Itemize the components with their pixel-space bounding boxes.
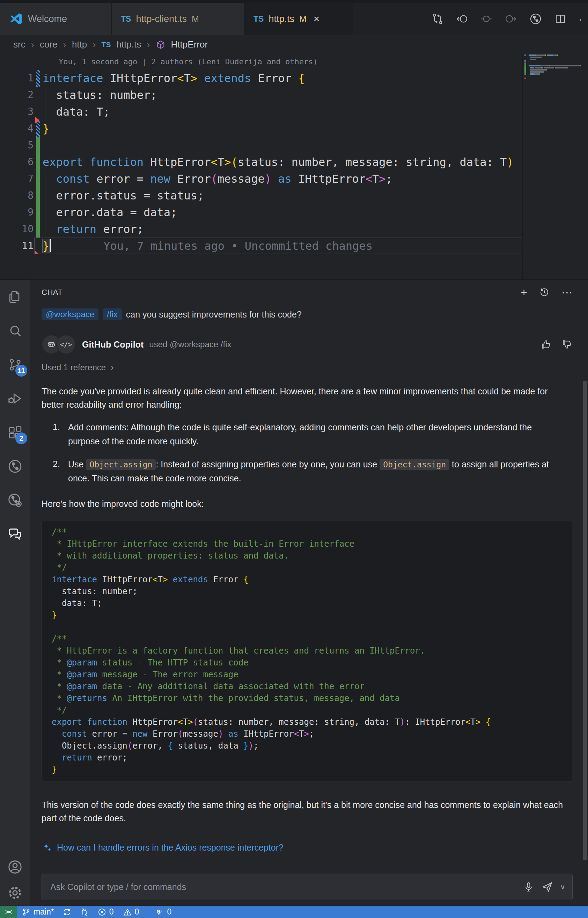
microphone-icon[interactable] <box>523 881 534 892</box>
minimap-divider <box>522 54 523 280</box>
editor-line[interactable]: 1interface IHttpError<T> extends Error { <box>0 70 523 87</box>
branch-status[interactable]: main* <box>22 907 54 916</box>
breadcrumb-item[interactable]: src <box>13 39 26 50</box>
git-graph-icon[interactable] <box>0 449 30 483</box>
git-sync-icon[interactable] <box>431 13 444 25</box>
run-debug-icon[interactable] <box>0 381 30 415</box>
input-placeholder: Ask Copilot or type / for commands <box>50 882 516 892</box>
broadcast-status[interactable]: 0 <box>154 907 171 917</box>
nav-back-icon[interactable] <box>456 13 468 25</box>
typescript-icon: TS <box>254 15 263 24</box>
git-blame-annotation: You, 1 second ago | 2 authors (Leni Dude… <box>59 57 318 66</box>
followup-suggestion[interactable]: How can I handle errors in the Axios res… <box>42 842 573 853</box>
breadcrumb-item[interactable]: core <box>40 39 58 50</box>
remote-indicator[interactable]: >< <box>0 906 17 918</box>
editor-line[interactable]: 8 error.status = status; <box>0 187 523 204</box>
editor-actions: · <box>431 3 588 35</box>
broadcast-icon <box>154 907 164 917</box>
scm-badge: 11 <box>15 365 27 377</box>
chat-header: CHAT + ⋯ <box>30 280 588 305</box>
branch-name: main* <box>34 907 54 916</box>
chevron-right-icon: › <box>31 39 34 50</box>
chevron-right-icon: › <box>92 39 96 50</box>
response-paragraph: The code you've provided is already quit… <box>42 385 572 411</box>
editor-line[interactable]: 9 error.data = data; <box>0 204 523 221</box>
code-block-line: interface IHttpError<T> extends Error { <box>52 574 572 585</box>
sync-icon <box>63 908 71 916</box>
workspace-pill[interactable]: @workspace <box>42 309 99 320</box>
references-label: Used 1 reference <box>42 363 106 372</box>
send-icon[interactable] <box>541 881 553 893</box>
explorer-icon[interactable] <box>0 280 30 314</box>
tab-http[interactable]: TS http.ts M × <box>244 3 353 35</box>
code-block: /** * IHttpError interface extends the b… <box>42 520 572 781</box>
sync-status[interactable] <box>63 908 71 916</box>
editor-lines[interactable]: 1interface IHttpError<T> extends Error {… <box>0 70 523 254</box>
code-block-line <box>52 621 572 633</box>
history-icon[interactable] <box>539 287 549 297</box>
breadcrumb-item[interactable]: HttpError <box>171 39 208 50</box>
more-icon[interactable]: ⋯ <box>561 287 573 298</box>
tab-http-client[interactable]: TS http-client.ts M <box>112 3 244 35</box>
problems-status[interactable]: 0 0 <box>97 907 139 916</box>
response-author: GitHub Copilot <box>82 339 144 350</box>
compare-changes-icon[interactable] <box>80 908 89 916</box>
editor-line[interactable]: 3 data: T; <box>0 103 523 120</box>
account-icon[interactable] <box>7 859 23 875</box>
list-text: Add comments: Although the code is quite… <box>68 420 562 448</box>
gitlens-inspect-icon[interactable] <box>0 483 30 517</box>
code-block-line: export function HttpError<T>(status: num… <box>52 716 572 728</box>
source-control-icon[interactable]: 11 <box>0 347 30 381</box>
breadcrumb: src › core › http › TS http.ts › HttpErr… <box>0 35 588 54</box>
breadcrumb-item[interactable]: http <box>72 39 87 50</box>
response-meta: used @workspace /fix <box>149 339 231 349</box>
references-toggle[interactable]: Used 1 reference › <box>42 362 573 373</box>
modified-badge: M <box>299 14 307 24</box>
code-block-line: /** <box>52 526 572 538</box>
code-block-line: data: T; <box>52 597 572 609</box>
response-paragraph: Here's how the improved code might look: <box>42 497 572 510</box>
send-options-chevron-icon[interactable]: ∨ <box>560 883 565 891</box>
code-block-line: * @returns An IHttpError with the provid… <box>52 692 572 704</box>
editor-line[interactable]: 11}You, 7 minutes ago • Uncommitted chan… <box>0 238 523 254</box>
git-graph-icon[interactable] <box>529 12 542 26</box>
code-avatar-icon: </> <box>56 335 76 354</box>
editor-line[interactable]: 7 const error = new Error(message) as IH… <box>0 170 523 187</box>
code-editor[interactable]: You, 1 second ago | 2 authors (Leni Dude… <box>0 54 588 280</box>
scrollbar[interactable] <box>583 381 587 860</box>
code-block-line: Object.assign(error, { status, data }); <box>52 740 572 752</box>
tab-welcome[interactable]: Welcome <box>0 3 112 35</box>
editor-line[interactable]: 6export function HttpError<T>(status: nu… <box>0 154 523 170</box>
code-block-line: return error; <box>52 752 572 764</box>
minimap[interactable] <box>524 55 588 96</box>
editor-line[interactable]: 4} <box>0 120 523 137</box>
extensions-icon[interactable]: 2 <box>0 415 30 449</box>
thumbs-up-icon[interactable] <box>541 339 552 350</box>
new-chat-icon[interactable]: + <box>521 287 527 298</box>
split-editor-icon[interactable] <box>554 13 567 25</box>
editor-line[interactable]: 2 status: number; <box>0 87 523 103</box>
more-actions-icon[interactable]: · <box>578 12 582 26</box>
chat-input[interactable]: Ask Copilot or type / for commands ∨ <box>42 874 573 900</box>
code-block-line: * with additional properties: status and… <box>52 550 572 562</box>
breadcrumb-item[interactable]: http.ts <box>116 39 141 50</box>
chat-icon[interactable] <box>0 517 30 551</box>
error-count: 0 <box>109 907 114 916</box>
fix-pill[interactable]: /fix <box>103 309 122 320</box>
thumbs-down-icon[interactable] <box>561 339 573 350</box>
chat-panel: CHAT + ⋯ @workspace /fix can you suggest… <box>30 280 588 906</box>
broadcast-count: 0 <box>167 907 171 916</box>
warning-count: 0 <box>135 907 139 916</box>
typescript-icon: TS <box>102 40 111 49</box>
nav-forward-icon[interactable] <box>504 13 517 25</box>
settings-gear-icon[interactable] <box>7 885 23 901</box>
extensions-badge: 2 <box>15 432 27 444</box>
close-icon[interactable]: × <box>313 13 320 25</box>
search-icon[interactable] <box>0 314 30 347</box>
commit-icon[interactable] <box>480 13 493 25</box>
editor-line[interactable]: 5 <box>0 137 523 154</box>
editor-line[interactable]: 10 return error; <box>0 221 523 238</box>
avatar: </> <box>42 335 76 354</box>
response-header: </> GitHub Copilot used @workspace /fix <box>42 335 573 354</box>
code-block-line: } <box>52 609 572 621</box>
